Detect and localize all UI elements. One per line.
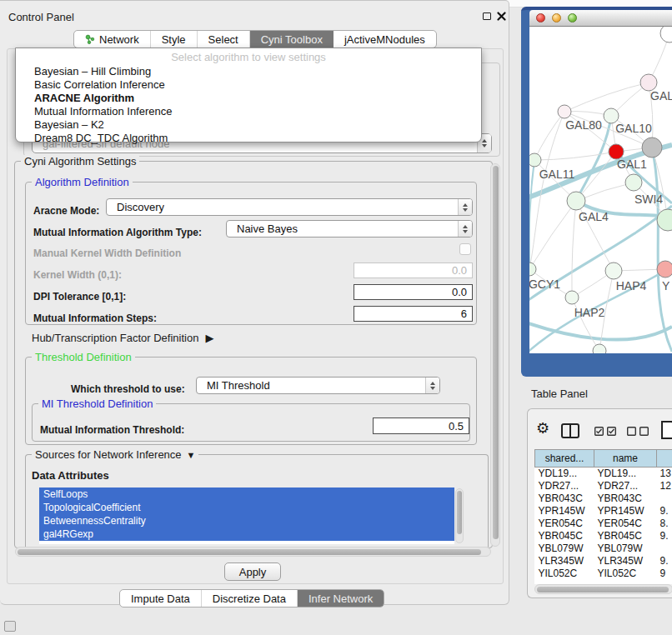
table-row[interactable]: YPR145WYPR145W9. <box>535 505 672 518</box>
table-cell <box>657 542 672 555</box>
algorithm-option[interactable]: Dream8 DC_TDC Algorithm <box>29 132 481 145</box>
network-canvas[interactable]: GAL2GAL80GAL10GAL1GAL11SWI4GAL4GCY1HAP4Y… <box>529 27 672 353</box>
tab-select[interactable]: Select <box>198 31 250 48</box>
tab-network[interactable]: Network <box>74 31 151 48</box>
dpi-tolerance-value: 0.0 <box>452 286 467 298</box>
tab-impute-data-label: Impute Data <box>131 592 190 605</box>
settings-vscrollbar-thumb[interactable] <box>493 166 499 539</box>
column-header-name[interactable]: name <box>594 450 657 468</box>
zoom-traffic-light[interactable] <box>568 13 577 22</box>
network-node[interactable] <box>567 192 585 210</box>
table-row[interactable]: YER054CYER054C8. <box>535 518 672 530</box>
algorithm-option[interactable]: Bayesian – Hill Climbing <box>29 65 481 78</box>
table-row[interactable]: YBR043CYBR043C <box>535 492 672 505</box>
table-row[interactable]: YDL19...YDL19...13 <box>535 468 672 480</box>
tab-cyni-toolbox[interactable]: Cyni Toolbox <box>250 31 333 48</box>
gear-icon[interactable]: ⚙ <box>536 421 549 436</box>
table-cell: 9. <box>657 555 672 568</box>
deselect-all-checkboxes-icon[interactable] <box>627 427 649 436</box>
algorithm-option[interactable]: ARACNE Algorithm <box>29 92 481 105</box>
float-window-icon[interactable] <box>483 12 491 20</box>
network-node[interactable] <box>605 262 622 279</box>
close-traffic-light[interactable] <box>536 13 545 22</box>
tab-discretize-data[interactable]: Discretize Data <box>202 590 298 607</box>
network-node-label: Y <box>662 279 670 292</box>
threshold-title: Threshold Definition <box>32 351 135 363</box>
close-window-icon[interactable] <box>497 12 506 21</box>
mi-steps-field[interactable]: 6 <box>354 306 473 322</box>
tab-infer-network[interactable]: Infer Network <box>298 590 384 607</box>
column-header-shared-name[interactable]: shared... <box>535 450 594 468</box>
control-panel-tabs: Network Style Select Cyni Toolbox jActiv… <box>73 30 437 48</box>
table-cell: YLR345W <box>535 555 594 568</box>
table-cell: 12 <box>657 480 672 492</box>
table-row[interactable]: YDR27...YDR27...12 <box>535 480 672 492</box>
mi-steps-value: 6 <box>461 308 467 320</box>
data-attribute-item[interactable]: BetweennessCentrality <box>39 514 454 528</box>
network-node[interactable] <box>660 27 672 42</box>
table-cell: 9. <box>657 530 672 542</box>
table-row[interactable]: YIL052CYIL052C9 <box>535 568 672 580</box>
sources-title: Sources for Network Inference <box>35 448 182 461</box>
node-table-container: shared... name YDL19...YDL19...13YDR27..… <box>534 449 672 584</box>
data-attribute-item[interactable]: TopologicalCoefficient <box>39 501 454 514</box>
new-table-icon[interactable] <box>661 421 672 439</box>
tab-discretize-data-label: Discretize Data <box>213 592 286 605</box>
panel-grip-icon[interactable] <box>4 621 16 632</box>
minimize-traffic-light[interactable] <box>552 13 561 22</box>
network-node[interactable] <box>657 261 672 278</box>
table-row[interactable]: YBL079WYBL079W <box>535 542 672 555</box>
network-window-titlebar[interactable] <box>529 10 672 27</box>
table-panel: ⚙ shared... name YDL19...YDL19...13YDR27… <box>527 408 672 598</box>
hub-definition-label: Hub/Transcription Factor Definition <box>32 332 198 344</box>
tab-jactivemnodules[interactable]: jActiveMNodules <box>333 31 436 48</box>
algorithm-option[interactable]: Bayesian – K2 <box>29 118 481 132</box>
network-node[interactable] <box>642 138 662 158</box>
sources-title-row[interactable]: Sources for Network Inference ▼ <box>32 448 198 461</box>
data-attribute-item[interactable]: gal4RGexp <box>39 528 454 541</box>
mi-type-combo[interactable]: Naive Bayes <box>226 220 473 238</box>
network-node[interactable] <box>593 344 606 353</box>
attributes-scrollbar[interactable] <box>455 488 464 543</box>
aracne-mode-combo[interactable]: Discovery <box>106 198 473 216</box>
algorithm-option[interactable]: Basic Correlation Inference <box>29 78 481 92</box>
dpi-tolerance-field[interactable]: 0.0 <box>354 284 473 300</box>
table-cell: YER054C <box>594 518 657 530</box>
attributes-scrollbar-thumb[interactable] <box>457 491 462 534</box>
which-threshold-combo[interactable]: MI Threshold <box>196 377 440 394</box>
tab-impute-data[interactable]: Impute Data <box>120 590 202 607</box>
table-cell: 9 <box>657 568 672 580</box>
manual-kernel-label: Manual Kernel Width Definition <box>33 248 181 259</box>
settings-hscrollbar[interactable] <box>15 547 491 557</box>
table-row[interactable]: YLR345WYLR345W9. <box>535 555 672 568</box>
network-node[interactable] <box>640 74 657 91</box>
split-columns-icon[interactable] <box>561 423 579 438</box>
table-hscrollbar[interactable] <box>534 584 672 594</box>
network-node[interactable] <box>625 174 642 191</box>
table-cell: YBR045C <box>535 530 594 542</box>
apply-button[interactable]: Apply <box>224 562 281 581</box>
data-attribute-item[interactable]: SelfLoops <box>39 488 454 501</box>
manual-kernel-checkbox[interactable] <box>459 243 471 255</box>
hub-definition-toggle[interactable]: Hub/Transcription Factor Definition ▶ <box>32 332 213 344</box>
network-node[interactable] <box>565 291 579 304</box>
tab-jactivemnodules-label: jActiveMNodules <box>344 33 425 46</box>
mi-threshold-field[interactable]: 0.5 <box>373 418 469 434</box>
settings-vscrollbar[interactable] <box>490 163 500 547</box>
data-attributes-header: Data Attributes <box>32 469 109 482</box>
tab-style[interactable]: Style <box>151 31 198 48</box>
column-header-partial[interactable] <box>657 450 672 468</box>
table-cell: YIL052C <box>535 568 594 580</box>
network-node[interactable] <box>558 105 571 118</box>
mi-threshold-title: MI Threshold Definition <box>38 398 156 410</box>
data-attributes-list[interactable]: SelfLoopsTopologicalCoefficientBetweenne… <box>39 488 454 544</box>
settings-hscrollbar-thumb[interactable] <box>18 549 481 555</box>
table-hscrollbar-thumb[interactable] <box>537 587 669 592</box>
select-all-checkboxes-icon[interactable] <box>594 427 616 436</box>
kernel-width-field[interactable]: 0.0 <box>354 262 473 278</box>
kernel-width-value: 0.0 <box>452 264 467 277</box>
table-cell: YBL079W <box>535 542 594 555</box>
table-row[interactable]: YBR045CYBR045C9. <box>535 530 672 542</box>
algorithm-option[interactable]: Mutual Information Inference <box>29 105 481 118</box>
network-node[interactable] <box>529 153 541 167</box>
